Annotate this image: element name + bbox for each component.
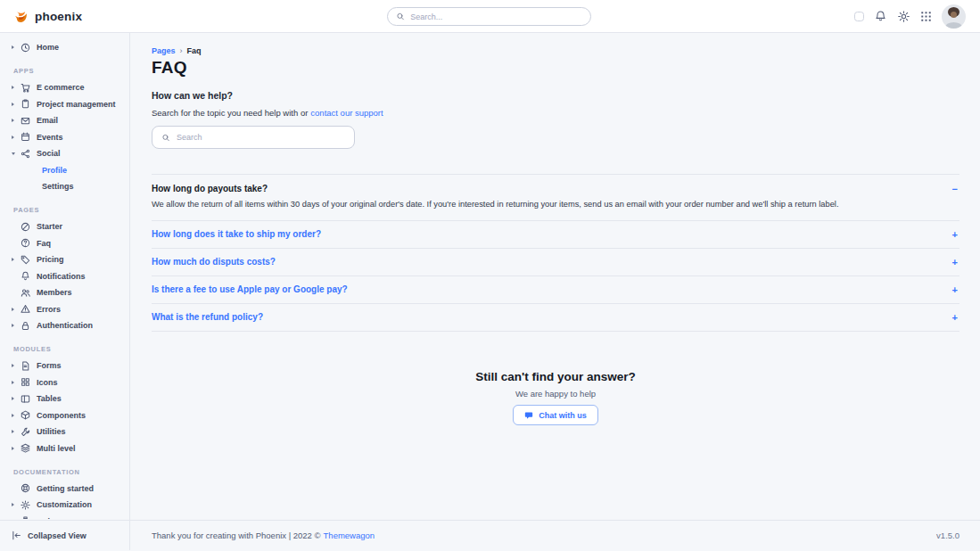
sidebar-item-label: E commerce — [37, 83, 85, 92]
sidebar-item-label: Social — [37, 149, 61, 158]
sidebar-item-label: Utilities — [37, 427, 66, 436]
layers-icon — [21, 443, 30, 453]
caret-right-icon — [12, 103, 14, 106]
caret-right-icon — [12, 308, 14, 311]
sidebar-item-getting-started[interactable]: Getting started — [0, 481, 129, 498]
lock-icon — [21, 321, 30, 331]
brand-name: phoenix — [35, 10, 82, 23]
expand-plus-icon[interactable]: + — [952, 256, 959, 268]
caret-right-icon — [12, 136, 14, 139]
cta-subtext: We are happy to help — [152, 389, 959, 399]
faq-question: What is the refund policy? — [152, 311, 263, 324]
sidebar-section-pages: PAGES — [0, 202, 129, 219]
sidebar-item-starter[interactable]: Starter — [0, 218, 129, 235]
sidebar-item-errors[interactable]: Errors — [0, 301, 129, 318]
tag-icon — [21, 255, 30, 265]
caret-right-icon — [12, 414, 14, 417]
breadcrumb-pages-link[interactable]: Pages — [152, 46, 176, 55]
faq-item-refund-policy[interactable]: What is the refund policy? + — [152, 303, 959, 332]
caret-right-icon — [12, 430, 14, 433]
contact-support-link[interactable]: contact our support — [310, 108, 383, 118]
sidebar-item-faq[interactable]: Faq — [0, 235, 129, 252]
sidebar-item-home[interactable]: Home — [0, 39, 129, 56]
theme-toggle-icon[interactable] — [854, 12, 864, 21]
faq-search-input[interactable] — [177, 133, 345, 142]
calendar-icon — [21, 132, 30, 142]
sidebar-nav: Home APPS E commerce Project management … — [0, 33, 129, 519]
sidebar-item-multi-level[interactable]: Multi level — [0, 440, 129, 457]
avatar-torso — [945, 22, 962, 29]
sidebar-subitem-profile[interactable]: Profile — [0, 162, 129, 179]
sidebar-item-project-management[interactable]: Project management — [0, 96, 129, 113]
cta-heading: Still can't find your answer? — [152, 369, 959, 384]
sidebar-item-ecommerce[interactable]: E commerce — [0, 79, 129, 96]
faq-question-row: How long does it take to ship my order? … — [152, 228, 959, 241]
sidebar-item-label: Starter — [37, 222, 62, 231]
sidebar: Home APPS E commerce Project management … — [0, 33, 130, 550]
caret-down-icon — [12, 152, 15, 155]
sidebar-item-forms[interactable]: Forms — [0, 358, 129, 374]
sidebar-item-pricing[interactable]: Pricing — [0, 251, 129, 268]
topnav-actions — [854, 4, 966, 29]
sidebar-item-label: Faq — [37, 239, 51, 248]
sidebar-item-tables[interactable]: Tables — [0, 391, 129, 407]
sidebar-item-members[interactable]: Members — [0, 284, 129, 301]
page-title: FAQ — [152, 58, 959, 78]
sidebar-item-events[interactable]: Events — [0, 129, 129, 146]
cta-section: Still can't find your answer? We are hap… — [152, 369, 959, 425]
sidebar-item-authentication[interactable]: Authentication — [0, 317, 129, 334]
faq-item-disputes[interactable]: How much do disputs costs? + — [152, 248, 959, 276]
clipboard-icon — [21, 99, 30, 109]
avatar-face — [951, 12, 957, 18]
bell-icon — [21, 271, 30, 281]
expand-plus-icon[interactable]: + — [952, 284, 959, 296]
faq-item-shipping[interactable]: How long does it take to ship my order? … — [152, 220, 959, 248]
faq-item-payouts[interactable]: How long do payouts take? − We allow the… — [152, 174, 959, 220]
gear-icon — [21, 500, 30, 510]
help-heading: How can we help? — [152, 90, 959, 101]
sidebar-item-customization[interactable]: Customization — [0, 497, 129, 514]
themewagon-link[interactable]: Themewagon — [324, 530, 375, 540]
sidebar-item-label: Gulp — [37, 517, 55, 519]
chat-bubble-icon — [524, 411, 533, 420]
caret-right-icon — [12, 381, 14, 384]
sidebar-item-label: Tables — [37, 394, 62, 403]
file-icon — [21, 361, 30, 371]
sidebar-item-email[interactable]: Email — [0, 112, 129, 129]
caret-right-icon — [12, 86, 14, 89]
sidebar-item-label: Project management — [37, 100, 116, 109]
faq-question-row: What is the refund policy? + — [152, 311, 959, 324]
sidebar-item-icons[interactable]: Icons — [0, 374, 129, 391]
expand-plus-icon[interactable]: + — [952, 311, 959, 324]
caret-right-icon — [12, 258, 14, 261]
question-circle-icon — [21, 238, 30, 248]
collapse-minus-icon[interactable]: − — [952, 183, 959, 195]
breadcrumb-current: Faq — [187, 46, 202, 55]
apps-grid-icon[interactable] — [920, 11, 932, 22]
settings-gear-icon[interactable] — [897, 10, 910, 23]
grid-icon — [21, 377, 30, 387]
faq-item-apple-google-pay[interactable]: Is there a fee to use Apple pay or Googl… — [152, 276, 959, 303]
sidebar-item-components[interactable]: Components — [0, 407, 129, 424]
global-search-input[interactable] — [410, 12, 582, 21]
sidebar-subitem-settings[interactable]: Settings — [0, 178, 129, 195]
brand-logo[interactable]: phoenix — [12, 8, 82, 25]
caret-right-icon — [12, 364, 14, 367]
user-avatar[interactable] — [942, 4, 966, 29]
chat-with-us-button[interactable]: Chat with us — [513, 405, 598, 425]
sidebar-item-gulp[interactable]: Gulp — [0, 514, 129, 520]
collapse-sidebar-button[interactable]: Collapsed View — [0, 520, 129, 550]
sidebar-item-notifications[interactable]: Notifications — [0, 268, 129, 285]
sidebar-item-label: Getting started — [37, 484, 94, 493]
sidebar-item-label: Pricing — [37, 255, 64, 264]
notifications-bell-icon[interactable] — [874, 10, 887, 23]
footer-version: v1.5.0 — [936, 530, 959, 540]
sidebar-item-social[interactable]: Social — [0, 145, 129, 162]
collapse-sidebar-icon — [12, 530, 21, 540]
envelope-icon — [21, 116, 30, 126]
footer-credit: Thank you for creating with Phoenix | 20… — [152, 530, 375, 540]
expand-plus-icon[interactable]: + — [952, 228, 959, 241]
faq-question: How long does it take to ship my order? — [152, 228, 321, 241]
sidebar-item-utilities[interactable]: Utilities — [0, 424, 129, 440]
caret-right-icon — [12, 397, 14, 400]
